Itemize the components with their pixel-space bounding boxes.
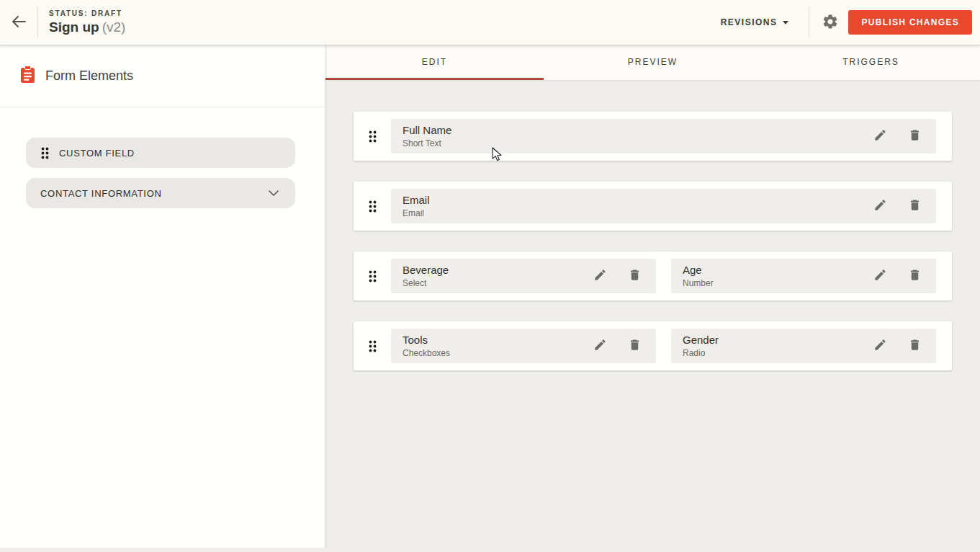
field-type: Checkboxes [403,348,593,358]
field-tools[interactable]: Tools Checkboxes [391,329,656,363]
pencil-icon [593,268,607,284]
field-row-full-name: Full Name Short Text [354,112,952,161]
delete-field-button[interactable] [908,338,922,354]
form-version: (v2) [102,19,126,35]
pencil-icon [593,338,607,354]
form-editor-main: EDIT PREVIEW TRIGGERS Full Name Short Te… [325,45,980,552]
form-canvas: Full Name Short Text Email [325,80,980,370]
field-age[interactable]: Age Number [671,259,936,293]
edit-field-button[interactable] [873,338,887,354]
tab-preview[interactable]: PREVIEW [544,45,762,80]
field-label: Age [683,264,873,276]
chevron-down-icon [268,188,279,199]
drag-handle-icon[interactable] [354,130,391,143]
pencil-icon [873,198,887,214]
field-type: Select [403,278,593,288]
trash-icon [628,338,642,354]
gear-icon [822,13,839,32]
editor-tabs: EDIT PREVIEW TRIGGERS [325,45,980,80]
edit-field-button[interactable] [873,128,887,144]
topbar-divider [37,7,38,37]
drag-handle-icon[interactable] [354,200,391,213]
back-button[interactable] [0,0,37,45]
form-elements-sidebar: Form Elements CUSTOM FIELD CONTACT INFOR… [0,45,325,548]
sidebar-item-contact-information[interactable]: CONTACT INFORMATION [26,178,295,208]
edit-field-button[interactable] [593,268,607,284]
top-bar: STATUS: DRAFT Sign up(v2) REVISIONS PUBL… [0,0,980,45]
form-title-block: STATUS: DRAFT Sign up(v2) [49,9,125,35]
trash-icon [628,268,642,284]
delete-field-button[interactable] [908,268,922,284]
field-full-name[interactable]: Full Name Short Text [391,119,936,153]
trash-icon [908,268,922,284]
field-beverage[interactable]: Beverage Select [391,259,656,293]
status-badge: STATUS: DRAFT [49,9,125,17]
page-title: Sign up [49,19,99,35]
pencil-icon [873,268,887,284]
arrow-left-icon [11,15,27,30]
field-gender[interactable]: Gender Radio [671,329,936,363]
edit-field-button[interactable] [873,198,887,214]
settings-button[interactable] [822,13,839,32]
delete-field-button[interactable] [908,198,922,214]
field-label: Email [403,194,873,206]
trash-icon [908,198,922,214]
edit-field-button[interactable] [873,268,887,284]
revisions-label: REVISIONS [721,17,778,27]
field-row-tools-gender: Tools Checkboxes Gender Radio [354,321,952,370]
sidebar-item-label: CUSTOM FIELD [59,148,135,159]
sidebar-title: Form Elements [45,68,133,84]
clipboard-icon [20,66,35,86]
field-label: Tools [403,334,593,346]
field-label: Gender [683,334,873,346]
field-label: Full Name [403,124,873,136]
drag-handle-icon[interactable] [354,339,391,353]
topbar-divider [809,7,809,37]
field-type: Email [403,208,873,218]
trash-icon [908,338,922,354]
tab-edit[interactable]: EDIT [325,45,544,80]
pencil-icon [873,338,887,354]
pencil-icon [873,128,887,144]
field-row-beverage-age: Beverage Select Age Number [354,251,952,301]
delete-field-button[interactable] [908,128,922,144]
caret-down-icon [783,21,788,25]
field-label: Beverage [403,264,593,276]
sidebar-item-custom-field[interactable]: CUSTOM FIELD [26,138,295,168]
trash-icon [908,128,922,144]
sidebar-header: Form Elements [0,45,325,107]
sidebar-divider [0,107,325,107]
publish-changes-button[interactable]: PUBLISH CHANGES [848,10,972,35]
tab-triggers[interactable]: TRIGGERS [762,45,980,80]
field-row-email: Email Email [354,182,952,231]
field-type: Radio [683,348,873,358]
delete-field-button[interactable] [628,338,642,354]
drag-handle-icon [40,146,50,160]
edit-field-button[interactable] [593,338,607,354]
field-email[interactable]: Email Email [391,189,936,223]
drag-handle-icon[interactable] [354,270,391,283]
sidebar-item-label: CONTACT INFORMATION [40,188,162,199]
delete-field-button[interactable] [628,268,642,284]
field-type: Short Text [403,138,873,148]
revisions-button[interactable]: REVISIONS [716,10,794,35]
field-type: Number [683,278,873,288]
